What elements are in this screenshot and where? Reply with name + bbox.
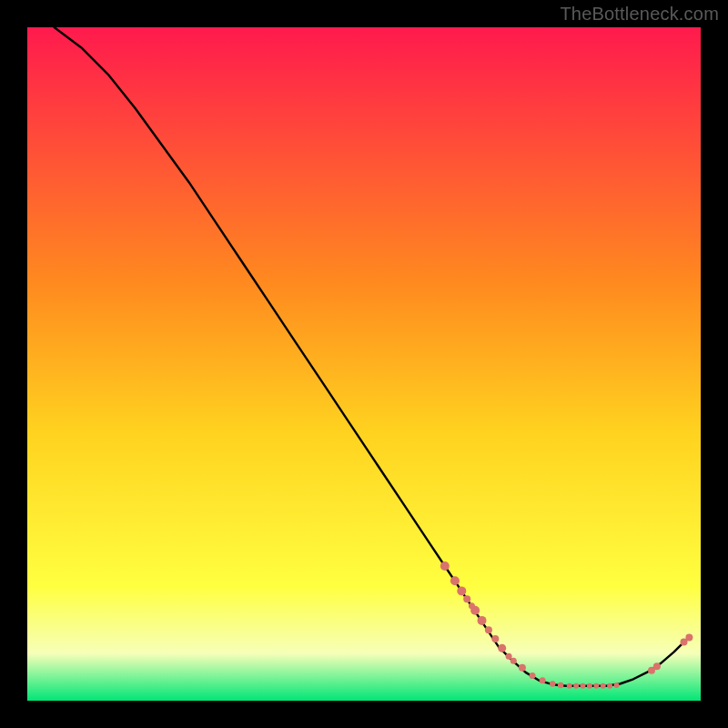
data-marker xyxy=(506,653,512,660)
data-marker xyxy=(491,635,499,642)
data-marker xyxy=(440,561,450,571)
plot-svg xyxy=(27,27,701,701)
data-marker xyxy=(573,683,579,689)
data-marker xyxy=(581,683,586,689)
data-marker xyxy=(567,683,572,689)
data-marker xyxy=(519,664,526,672)
gradient-background xyxy=(27,27,701,701)
data-marker xyxy=(450,576,460,585)
data-marker xyxy=(498,644,506,652)
data-marker xyxy=(478,616,487,625)
data-marker xyxy=(540,677,546,683)
data-marker xyxy=(587,683,592,689)
data-marker xyxy=(653,662,661,670)
data-marker xyxy=(469,602,475,609)
data-marker xyxy=(607,683,612,689)
data-marker xyxy=(614,682,620,688)
data-marker xyxy=(457,586,466,595)
data-marker xyxy=(685,633,693,641)
data-marker xyxy=(530,672,536,679)
data-marker xyxy=(558,682,563,688)
chart-frame: TheBottleneck.com xyxy=(0,0,728,728)
data-marker xyxy=(511,658,517,664)
watermark-text: TheBottleneck.com xyxy=(560,4,719,25)
data-marker xyxy=(550,681,555,686)
data-marker xyxy=(485,626,492,633)
data-marker xyxy=(463,595,470,602)
data-marker xyxy=(601,683,606,689)
data-marker xyxy=(593,683,599,689)
plot-area xyxy=(27,27,701,701)
